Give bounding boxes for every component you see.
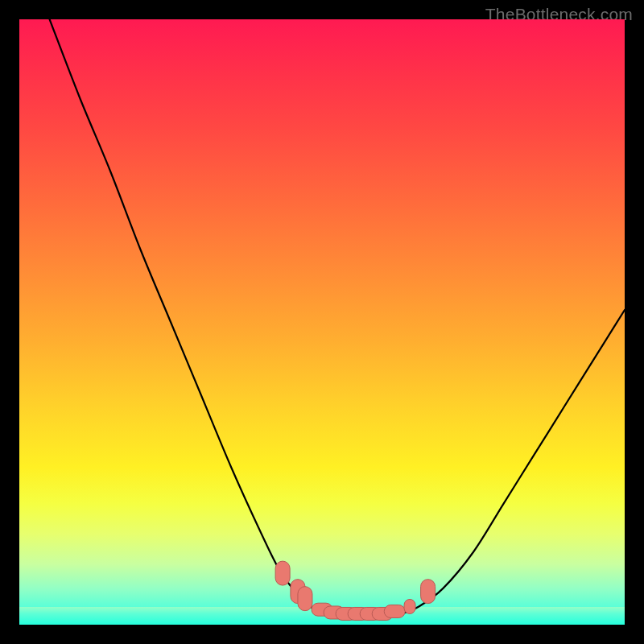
- curve-svg: [19, 19, 625, 625]
- trough-marker: [384, 605, 405, 617]
- bottleneck-curve-line: [50, 19, 625, 617]
- trough-marker: [275, 561, 290, 585]
- trough-markers: [275, 561, 435, 620]
- chart-frame: TheBottleneck.com: [0, 0, 644, 644]
- trough-marker: [404, 599, 415, 613]
- trough-marker: [421, 580, 436, 604]
- trough-marker: [298, 587, 312, 611]
- plot-area: [19, 19, 625, 625]
